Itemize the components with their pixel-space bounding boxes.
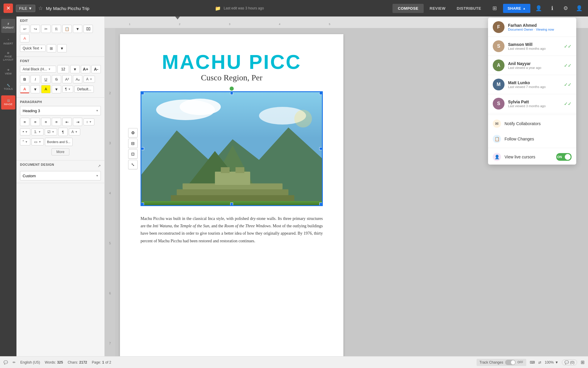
track-toggle-switch[interactable] [505,360,516,365]
block-quote-dropdown[interactable]: " ▼ [20,138,30,145]
custom-design-select[interactable]: Custom Default Modern [20,171,101,180]
superscript-button[interactable]: A² [62,75,72,83]
font-size-input[interactable] [57,65,69,73]
handle-ml[interactable] [141,147,144,150]
present-icon[interactable]: ⊞ [490,3,500,14]
redo-button[interactable]: ↪ [31,25,40,33]
checklist-dropdown[interactable]: ☑ ▼ [45,128,57,135]
handle-br[interactable] [319,203,322,205]
comment-count[interactable]: 💬 (0) [562,359,577,365]
share-user-anil[interactable]: A Anil Nayyar Last viewed a year ago ✓✓ [488,56,576,75]
font-family-dropdown[interactable]: Arial Black (H... ▼ [20,66,56,73]
share-user-matt[interactable]: M Matt Lunko Last viewed 7 months ago ✓✓ [488,75,576,94]
share-user-sylvia[interactable]: S Sylvia Patt Last viewed 3 months ago ✓… [488,94,576,113]
font-increase-button[interactable]: A+ [81,65,90,73]
language-status[interactable]: English (US) [20,360,40,364]
handle-mr[interactable] [319,147,322,150]
external-link-icon[interactable]: ↗ [98,164,101,168]
font-color-arrow[interactable]: ▼ [31,85,40,93]
strikethrough-button[interactable]: S [52,75,61,83]
font-decrease-button[interactable]: A- [91,65,101,73]
clear-format-button[interactable]: ⌧ [83,25,93,33]
font-color-button[interactable]: A [20,85,29,93]
folder-icon[interactable]: 📁 [215,6,221,11]
subscript-button[interactable]: A₂ [73,75,82,83]
sidebar-item-format[interactable]: 𝖥 FORMAT [1,19,15,33]
sidebar-item-tools[interactable]: 🔧 TOOLS [1,80,15,94]
borders-btn[interactable]: Borders and S... [45,138,73,146]
page-view-icon[interactable]: ⊞ [581,359,584,365]
file-menu-button[interactable]: FILE ▼ [16,5,35,12]
ordered-list-dropdown[interactable]: 1. ▼ [31,128,44,135]
tab-review[interactable]: REVIEW [424,4,451,13]
align-justify-button[interactable]: ≡ [52,118,61,126]
text-style-dropdown[interactable]: A ▼ [69,128,80,135]
handle-bl[interactable] [141,203,144,205]
underline-button[interactable]: U [41,75,51,83]
handle-tl[interactable] [141,92,144,95]
paragraph-style-select[interactable]: Heading 3 Normal Heading 1 Heading 2 [20,106,101,115]
paste-button[interactable]: 📋 [62,25,72,33]
char-style-dropdown[interactable]: ¶▼ [62,86,73,93]
sidebar-item-image[interactable]: 🖼 IMAGE [1,95,15,110]
cut-button[interactable]: ✂ [41,25,51,33]
keyboard-icon[interactable]: ⌨ [530,360,535,364]
copy-button[interactable]: ⎘ [52,25,61,33]
more-text-format-dropdown[interactable]: A▼ [83,76,95,83]
image-block[interactable]: ⚙ ⊟ ⊡ ⤡ [141,91,323,206]
font-size-arrow-btn[interactable]: ▼ [70,65,80,73]
indent-decrease-button[interactable]: ⇤ [62,118,72,126]
bold-button[interactable]: B [20,75,29,83]
unordered-list-dropdown[interactable]: • ▼ [20,128,30,135]
settings-icon[interactable]: ⚙ [560,3,571,14]
align-center-button[interactable]: ≡ [31,118,40,126]
document-title[interactable]: My Machu Picchu Trip [46,6,212,11]
align-right-button[interactable]: ≡ [41,118,51,126]
share-user-farhan[interactable]: F Farhan Ahmed Document Owner · Viewing … [488,18,576,37]
align-left-button[interactable]: ≡ [20,118,29,126]
show-marks-button[interactable]: ¶ [58,128,68,136]
share-user-samson[interactable]: S Samson Will Last viewed 8 months ago ✓… [488,37,576,56]
follow-changes-action[interactable]: 📋 Follow Changes [488,131,576,147]
image-tool-resize[interactable]: ⤡ [128,160,138,169]
tab-distribute[interactable]: DISTRIBUTE [452,4,487,13]
track-changes-toggle[interactable]: Track Changes OFF [477,359,526,366]
image-container[interactable] [141,91,323,206]
quick-text-dropdown[interactable]: Quick Text ▼ [20,45,46,52]
image-tool-settings[interactable]: ⚙ [128,128,138,137]
user-icon[interactable]: 👤 [533,3,544,14]
image-rotate-handle[interactable] [230,87,234,91]
undo-button[interactable]: ↩ [20,25,29,33]
share-button[interactable]: SHARE ▲ [503,4,530,13]
live-cursor-toggle[interactable]: ON [556,153,572,161]
zoom-level[interactable]: 100% ▼ [545,360,559,364]
handle-tm[interactable] [230,92,233,95]
format-arrow-btn[interactable]: ▼ [57,44,67,52]
indent-increase-button[interactable]: ⇥ [73,118,82,126]
sidebar-item-view[interactable]: 👁 VIEW [1,65,15,79]
sidebar-item-page-layout[interactable]: ⊞ PAGELAYOUT [1,49,15,64]
text-box-dropdown[interactable]: ▭ ▼ [31,138,44,145]
edit-mode-icon[interactable]: ✏ [13,360,16,364]
favorite-icon[interactable]: ☆ [38,5,43,11]
account-icon[interactable]: 👤 [574,3,584,14]
close-button[interactable]: ✕ [4,4,13,13]
handle-bm[interactable] [230,203,233,205]
live-cursor-row[interactable]: 👤 View live cursors ON [488,149,576,165]
line-spacing-dropdown[interactable]: ↕▼ [83,118,94,125]
sync-icon[interactable]: ⇄ [538,360,541,364]
notify-collaborators-action[interactable]: ✉ Notify Collaborators [488,116,576,131]
comment-icon-btn[interactable]: 💬 [4,360,8,364]
highlight-color-button[interactable]: A [41,85,51,93]
format-tool-btn[interactable]: ⊞ [47,44,56,52]
highlight-color-arrow[interactable]: ▼ [52,85,61,93]
info-icon[interactable]: ℹ [547,3,557,14]
paste-dropdown-button[interactable]: ▼ [73,25,82,33]
italic-button[interactable]: I [31,75,40,83]
image-tool-crop[interactable]: ⊡ [128,149,138,159]
body-text[interactable]: Machu Picchu was built in the classical … [141,215,323,245]
more-button[interactable]: More [51,148,69,155]
sidebar-item-insert[interactable]: ＋ INSERT [1,34,15,48]
image-tool-fit[interactable]: ⊟ [128,139,138,148]
tab-compose[interactable]: COMPOSE [392,4,424,13]
